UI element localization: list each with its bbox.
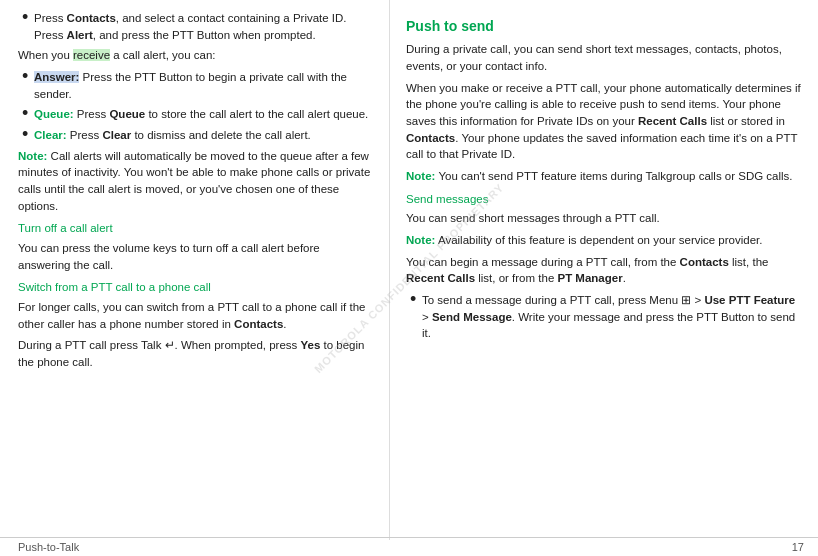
right-column: Push to send During a private call, you … (390, 0, 818, 540)
push-to-send-heading: Push to send (406, 16, 804, 36)
bullet-text: To send a message during a PTT call, pre… (422, 292, 804, 342)
begin-message-para: You can begin a message during a PTT cal… (406, 254, 804, 287)
bullet-icon: • (22, 125, 34, 144)
note3-label: Note: (406, 234, 435, 246)
answer-label: Answer: (34, 71, 79, 83)
left-column: • Press Contacts, and select a contact c… (0, 0, 390, 540)
list-item: • Clear: Press Clear to dismiss and dele… (18, 127, 375, 144)
bullet-icon: • (22, 8, 34, 43)
send-messages-heading: Send messages (406, 191, 804, 208)
note2-para: Note: You can't send PTT feature items d… (406, 168, 804, 185)
switch-text: For longer calls, you can switch from a … (18, 299, 375, 332)
list-item: • To send a message during a PTT call, p… (406, 292, 804, 342)
page-content: • Press Contacts, and select a contact c… (0, 0, 818, 540)
list-item: • Press Contacts, and select a contact c… (18, 10, 375, 43)
bullet-icon: • (22, 67, 34, 102)
page-container: MOTOROLA CONFIDENTIAL PROPRIETARY • Pres… (0, 0, 818, 556)
bullet-icon: • (22, 104, 34, 123)
footer-bar: Push-to-Talk 17 (0, 537, 818, 556)
footer-left: Push-to-Talk (18, 541, 79, 553)
list-item: • Queue: Press Queue to store the call a… (18, 106, 375, 123)
note3-para: Note: Availability of this feature is de… (406, 232, 804, 249)
send-messages-text: You can send short messages through a PT… (406, 210, 804, 227)
bullet-text: Clear: Press Clear to dismiss and delete… (34, 127, 375, 144)
push-to-send-para1: During a private call, you can send shor… (406, 41, 804, 74)
footer-right: 17 (792, 541, 804, 553)
section-turn-off-heading: Turn off a call alert (18, 220, 375, 237)
bullet-text: Press Contacts, and select a contact con… (34, 10, 375, 43)
list-item: • Answer: Press the PTT Button to begin … (18, 69, 375, 102)
bullet-text: Answer: Press the PTT Button to begin a … (34, 69, 375, 102)
section-switch-heading: Switch from a PTT call to a phone call (18, 279, 375, 296)
note1-label: Note: (18, 150, 47, 162)
note1-para: Note: Call alerts will automatically be … (18, 148, 375, 215)
queue-label: Queue: (34, 108, 74, 120)
push-to-send-para2: When you make or receive a PTT call, you… (406, 80, 804, 163)
clear-label: Clear: (34, 129, 67, 141)
bullet-icon: • (410, 290, 422, 342)
receive-para: When you receive a call alert, you can: (18, 47, 375, 64)
highlight-receive: receive (73, 49, 110, 61)
turn-off-text: You can press the volume keys to turn of… (18, 240, 375, 273)
bullet-text: Queue: Press Queue to store the call ale… (34, 106, 375, 123)
note2-label: Note: (406, 170, 435, 182)
ptt-call-text: During a PTT call press Talk ↵. When pro… (18, 337, 375, 370)
